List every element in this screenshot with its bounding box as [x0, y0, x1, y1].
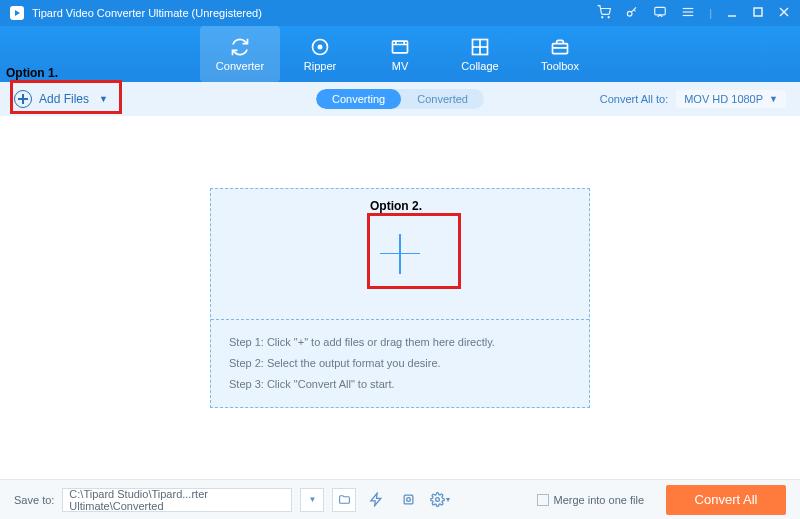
step1-text: Step 1: Click "+" to add files or drag t… [229, 332, 571, 353]
convert-all-to-label: Convert All to: [600, 93, 668, 105]
svg-point-1 [608, 17, 609, 18]
key-icon[interactable] [625, 5, 639, 21]
step2-text: Step 2: Select the output format you des… [229, 353, 571, 374]
merge-label: Merge into one file [554, 494, 645, 506]
gpu-button[interactable] [396, 488, 420, 512]
add-files-plus-icon[interactable] [380, 234, 420, 274]
save-to-dropdown[interactable]: ▼ [300, 488, 324, 512]
tab-mv-label: MV [392, 60, 409, 72]
seg-converted[interactable]: Converted [401, 89, 484, 109]
svg-rect-3 [655, 7, 666, 15]
titlebar: Tipard Video Converter Ultimate (Unregis… [0, 0, 800, 26]
tab-converter[interactable]: Converter [200, 26, 280, 82]
add-files-label: Add Files [39, 92, 89, 106]
chevron-down-icon: ▼ [99, 94, 108, 104]
tab-collage[interactable]: Collage [440, 26, 520, 82]
svg-point-2 [627, 11, 632, 16]
output-format-select[interactable]: MOV HD 1080P ▼ [676, 90, 786, 108]
main-area: Step 1: Click "+" to add files or drag t… [0, 116, 800, 479]
svg-rect-8 [754, 8, 762, 16]
tab-collage-label: Collage [461, 60, 498, 72]
chevron-down-icon: ▼ [769, 94, 778, 104]
merge-checkbox[interactable]: Merge into one file [537, 494, 645, 506]
seg-converting[interactable]: Converting [316, 89, 401, 109]
close-icon[interactable] [778, 6, 790, 20]
output-format-value: MOV HD 1080P [684, 93, 763, 105]
plus-circle-icon [14, 90, 32, 108]
tab-toolbox[interactable]: Toolbox [520, 26, 600, 82]
save-to-label: Save to: [14, 494, 54, 506]
svg-point-19 [406, 498, 410, 502]
step3-text: Step 3: Click "Convert All" to start. [229, 374, 571, 395]
checkbox-icon [537, 494, 549, 506]
subbar: Add Files ▼ Converting Converted Convert… [0, 82, 800, 116]
menu-icon[interactable] [681, 5, 695, 21]
settings-button[interactable]: ▾ [428, 488, 452, 512]
minimize-icon[interactable] [726, 6, 738, 20]
tab-ripper[interactable]: Ripper [280, 26, 360, 82]
svg-rect-13 [393, 41, 408, 53]
cart-icon[interactable] [597, 5, 611, 21]
tab-toolbox-label: Toolbox [541, 60, 579, 72]
tab-converter-label: Converter [216, 60, 264, 72]
footer: Save to: C:\Tipard Studio\Tipard...rter … [0, 479, 800, 519]
open-folder-button[interactable] [332, 488, 356, 512]
dropzone[interactable]: Step 1: Click "+" to add files or drag t… [210, 188, 590, 408]
add-files-button[interactable]: Add Files ▼ [14, 90, 108, 108]
app-logo-icon [10, 6, 24, 20]
divider: | [709, 7, 712, 19]
save-to-path-input[interactable]: C:\Tipard Studio\Tipard...rter Ultimate\… [62, 488, 292, 512]
svg-rect-18 [404, 495, 413, 504]
convert-all-button[interactable]: Convert All [666, 485, 786, 515]
feedback-icon[interactable] [653, 5, 667, 21]
maximize-icon[interactable] [752, 6, 764, 20]
tab-mv[interactable]: MV [360, 26, 440, 82]
high-speed-button[interactable] [364, 488, 388, 512]
dropzone-top[interactable] [211, 189, 589, 320]
app-title: Tipard Video Converter Ultimate (Unregis… [32, 7, 597, 19]
svg-point-20 [436, 498, 440, 502]
status-segment: Converting Converted [316, 89, 484, 109]
svg-point-12 [318, 45, 321, 48]
convert-all-to: Convert All to: MOV HD 1080P ▼ [600, 90, 786, 108]
main-toolbar: Converter Ripper MV Collage Toolbox [0, 26, 800, 82]
dropzone-instructions: Step 1: Click "+" to add files or drag t… [211, 320, 589, 407]
tab-ripper-label: Ripper [304, 60, 336, 72]
svg-point-0 [602, 17, 603, 18]
